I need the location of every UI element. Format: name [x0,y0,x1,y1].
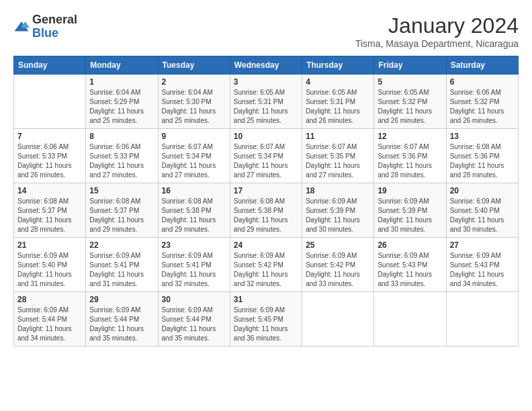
weekday-header-wednesday: Wednesday [230,56,302,75]
day-info: Sunrise: 6:09 AMSunset: 5:42 PMDaylight:… [306,251,370,289]
day-info: Sunrise: 6:07 AMSunset: 5:34 PMDaylight:… [234,142,298,180]
page-header: General Blue January 2024 Tisma, Masaya … [13,13,519,49]
week-row-3: 14Sunrise: 6:08 AMSunset: 5:37 PMDayligh… [14,183,519,238]
calendar-cell: 20Sunrise: 6:09 AMSunset: 5:40 PMDayligh… [446,183,518,238]
calendar-cell: 10Sunrise: 6:07 AMSunset: 5:34 PMDayligh… [230,129,302,183]
day-info: Sunrise: 6:06 AMSunset: 5:33 PMDaylight:… [89,142,154,180]
weekday-header-monday: Monday [86,56,158,75]
calendar-cell: 27Sunrise: 6:09 AMSunset: 5:43 PMDayligh… [446,238,518,292]
day-number: 1 [89,77,154,87]
day-number: 3 [234,77,298,87]
day-number: 4 [306,77,370,87]
day-number: 8 [89,132,154,141]
calendar-cell: 16Sunrise: 6:08 AMSunset: 5:38 PMDayligh… [158,183,230,238]
day-info: Sunrise: 6:04 AMSunset: 5:30 PMDaylight:… [162,88,226,126]
day-number: 21 [17,240,82,250]
day-number: 16 [162,186,226,195]
day-number: 20 [450,186,515,195]
calendar-cell: 30Sunrise: 6:09 AMSunset: 5:44 PMDayligh… [158,292,230,347]
day-number: 15 [89,186,154,195]
day-info: Sunrise: 6:07 AMSunset: 5:34 PMDaylight:… [162,142,226,180]
calendar-cell: 15Sunrise: 6:08 AMSunset: 5:37 PMDayligh… [86,183,158,238]
calendar-cell [374,292,446,347]
day-number: 26 [378,240,442,250]
day-info: Sunrise: 6:09 AMSunset: 5:41 PMDaylight:… [89,251,154,289]
calendar-cell: 6Sunrise: 6:06 AMSunset: 5:32 PMDaylight… [446,75,518,129]
weekday-header-sunday: Sunday [14,56,86,75]
day-info: Sunrise: 6:09 AMSunset: 5:44 PMDaylight:… [162,306,226,343]
calendar-cell [302,292,374,347]
week-row-1: 1Sunrise: 6:04 AMSunset: 5:29 PMDaylight… [14,75,519,129]
day-number: 5 [378,77,442,87]
calendar-cell: 13Sunrise: 6:08 AMSunset: 5:36 PMDayligh… [446,129,518,183]
calendar-cell: 14Sunrise: 6:08 AMSunset: 5:37 PMDayligh… [14,183,86,238]
day-info: Sunrise: 6:08 AMSunset: 5:38 PMDaylight:… [234,197,298,234]
day-number: 27 [450,240,515,250]
day-number: 14 [17,186,82,195]
calendar-cell: 11Sunrise: 6:07 AMSunset: 5:35 PMDayligh… [302,129,374,183]
calendar-table: SundayMondayTuesdayWednesdayThursdayFrid… [13,56,519,347]
day-info: Sunrise: 6:09 AMSunset: 5:43 PMDaylight:… [378,251,442,289]
logo-icon [13,20,30,34]
calendar-cell: 8Sunrise: 6:06 AMSunset: 5:33 PMDaylight… [86,129,158,183]
day-info: Sunrise: 6:09 AMSunset: 5:44 PMDaylight:… [17,306,82,343]
day-info: Sunrise: 6:09 AMSunset: 5:44 PMDaylight:… [89,306,154,343]
day-info: Sunrise: 6:08 AMSunset: 5:37 PMDaylight:… [17,197,82,234]
day-number: 30 [162,295,226,304]
calendar-cell: 26Sunrise: 6:09 AMSunset: 5:43 PMDayligh… [374,238,446,292]
day-info: Sunrise: 6:06 AMSunset: 5:33 PMDaylight:… [17,142,82,180]
day-number: 17 [234,186,298,195]
calendar-cell: 2Sunrise: 6:04 AMSunset: 5:30 PMDaylight… [158,75,230,129]
day-info: Sunrise: 6:07 AMSunset: 5:35 PMDaylight:… [306,142,370,180]
title-block: January 2024 Tisma, Masaya Department, N… [355,13,519,49]
day-number: 24 [234,240,298,250]
day-number: 6 [450,77,515,87]
month-title: January 2024 [355,13,519,38]
day-info: Sunrise: 6:09 AMSunset: 5:39 PMDaylight:… [306,197,370,234]
logo-general: General [32,13,77,27]
weekday-header-row: SundayMondayTuesdayWednesdayThursdayFrid… [14,56,519,75]
calendar-cell: 1Sunrise: 6:04 AMSunset: 5:29 PMDaylight… [86,75,158,129]
day-number: 10 [234,132,298,141]
day-number: 23 [162,240,226,250]
day-info: Sunrise: 6:09 AMSunset: 5:40 PMDaylight:… [17,251,82,289]
calendar-cell: 17Sunrise: 6:08 AMSunset: 5:38 PMDayligh… [230,183,302,238]
calendar-cell: 22Sunrise: 6:09 AMSunset: 5:41 PMDayligh… [86,238,158,292]
weekday-header-friday: Friday [374,56,446,75]
day-number: 7 [17,132,82,141]
calendar-cell: 29Sunrise: 6:09 AMSunset: 5:44 PMDayligh… [86,292,158,347]
week-row-4: 21Sunrise: 6:09 AMSunset: 5:40 PMDayligh… [14,238,519,292]
day-number: 28 [17,295,82,304]
day-number: 9 [162,132,226,141]
calendar-cell: 9Sunrise: 6:07 AMSunset: 5:34 PMDaylight… [158,129,230,183]
day-info: Sunrise: 6:05 AMSunset: 5:31 PMDaylight:… [306,88,370,126]
day-info: Sunrise: 6:09 AMSunset: 5:39 PMDaylight:… [378,197,442,234]
day-info: Sunrise: 6:05 AMSunset: 5:31 PMDaylight:… [234,88,298,126]
day-number: 18 [306,186,370,195]
calendar-cell: 5Sunrise: 6:05 AMSunset: 5:32 PMDaylight… [374,75,446,129]
calendar-cell: 7Sunrise: 6:06 AMSunset: 5:33 PMDaylight… [14,129,86,183]
day-info: Sunrise: 6:05 AMSunset: 5:32 PMDaylight:… [378,88,442,126]
day-number: 22 [89,240,154,250]
day-number: 12 [378,132,442,141]
week-row-2: 7Sunrise: 6:06 AMSunset: 5:33 PMDaylight… [14,129,519,183]
location: Tisma, Masaya Department, Nicaragua [355,38,519,49]
day-info: Sunrise: 6:08 AMSunset: 5:38 PMDaylight:… [162,197,226,234]
calendar-cell: 12Sunrise: 6:07 AMSunset: 5:36 PMDayligh… [374,129,446,183]
calendar-cell: 25Sunrise: 6:09 AMSunset: 5:42 PMDayligh… [302,238,374,292]
day-number: 25 [306,240,370,250]
logo: General Blue [13,13,77,40]
day-info: Sunrise: 6:09 AMSunset: 5:41 PMDaylight:… [162,251,226,289]
day-info: Sunrise: 6:06 AMSunset: 5:32 PMDaylight:… [450,88,515,126]
day-number: 19 [378,186,442,195]
calendar-cell: 23Sunrise: 6:09 AMSunset: 5:41 PMDayligh… [158,238,230,292]
weekday-header-saturday: Saturday [446,56,518,75]
day-info: Sunrise: 6:09 AMSunset: 5:43 PMDaylight:… [450,251,515,289]
calendar-cell: 18Sunrise: 6:09 AMSunset: 5:39 PMDayligh… [302,183,374,238]
calendar-cell [14,75,86,129]
calendar-cell: 28Sunrise: 6:09 AMSunset: 5:44 PMDayligh… [14,292,86,347]
calendar-cell: 19Sunrise: 6:09 AMSunset: 5:39 PMDayligh… [374,183,446,238]
day-number: 13 [450,132,515,141]
day-number: 31 [234,295,298,304]
weekday-header-tuesday: Tuesday [158,56,230,75]
